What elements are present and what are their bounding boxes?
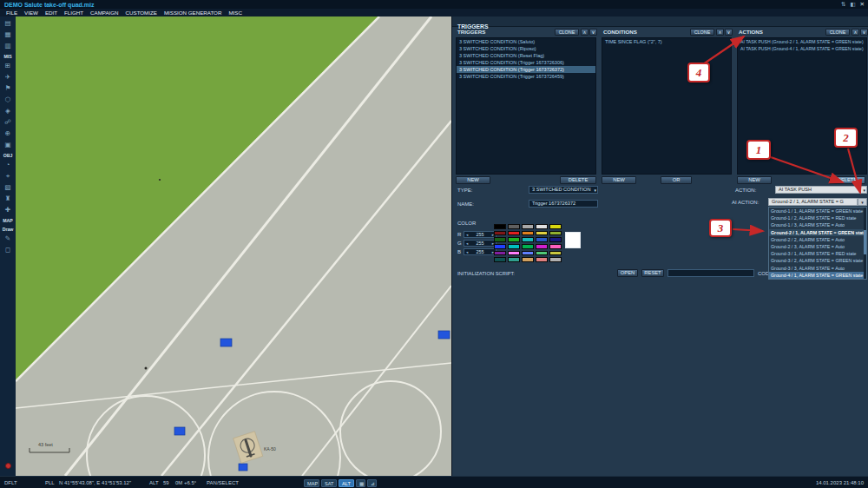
triggers-move-up-button[interactable]: ∧: [581, 29, 589, 36]
triggers-delete-button[interactable]: DELETE: [560, 176, 596, 184]
ruler-toggle-icon[interactable]: ⊿: [367, 479, 377, 487]
dropdown-option[interactable]: Ground-2 / 3, ALARM STATE = Auto: [769, 243, 866, 250]
action-item[interactable]: AI TASK PUSH (Ground-4 / 1, ALARM STATE …: [738, 45, 866, 52]
close-icon[interactable]: ✕: [860, 0, 865, 9]
ground-unit-marker[interactable]: [438, 331, 450, 339]
action-item[interactable]: AI TASK PUSH (Ground-2 / 1, ALARM STATE …: [738, 38, 866, 45]
triggers-move-down-button[interactable]: ∨: [589, 29, 597, 36]
zone-tool-icon[interactable]: ⊕: [2, 129, 14, 139]
color-swatch[interactable]: [494, 251, 506, 256]
dropdown-option-current[interactable]: Ground-2 / 1, ALARM STATE = GREEN state: [769, 229, 866, 236]
dropdown-option[interactable]: Ground-3 / 2, ALARM STATE = GREEN state: [769, 257, 866, 264]
menu-campaign[interactable]: CAMPAIGN: [87, 10, 122, 16]
color-swatch[interactable]: [536, 237, 548, 242]
color-swatch[interactable]: [494, 224, 506, 229]
color-g-stepper[interactable]: ◂255▸: [464, 240, 496, 247]
color-swatch[interactable]: [536, 244, 548, 249]
pencil-icon[interactable]: ✎: [2, 234, 14, 244]
conditions-or-button[interactable]: OR: [661, 176, 692, 184]
trigger-item-selected[interactable]: 3 SWITCHED CONDITION (Trigger 1673726372…: [457, 66, 595, 73]
color-swatch[interactable]: [508, 244, 520, 249]
open-mission-icon[interactable]: ▦: [2, 30, 14, 40]
grid-toggle-icon[interactable]: ▦: [356, 479, 365, 487]
triggers-new-button[interactable]: NEW: [456, 176, 490, 184]
color-swatch[interactable]: [522, 224, 534, 229]
color-swatch[interactable]: [494, 257, 506, 262]
color-swatch[interactable]: [549, 257, 562, 262]
color-swatch[interactable]: [508, 231, 520, 236]
menu-flight[interactable]: FLIGHT: [61, 10, 87, 16]
color-swatch[interactable]: [508, 224, 520, 229]
menu-view[interactable]: VIEW: [21, 10, 42, 16]
color-swatch[interactable]: [508, 257, 520, 262]
actions-delete-button[interactable]: DELETE: [829, 176, 865, 184]
trigger-item[interactable]: 3 SWITCHED CONDITION (Trigger 1673726306…: [457, 59, 595, 66]
actions-new-button[interactable]: NEW: [737, 176, 772, 184]
vehicle-tool-icon[interactable]: ◈: [2, 106, 14, 116]
map-toggle-button[interactable]: MAP: [304, 479, 319, 487]
dropdown-option[interactable]: Ground-3 / 1, ALARM STATE = RED state: [769, 250, 866, 257]
map-canvas[interactable]: KA-50 43 feet: [16, 16, 451, 476]
actions-clone-button[interactable]: CLONE: [825, 29, 850, 36]
save-mission-icon[interactable]: ▥: [2, 41, 14, 51]
trigger-item[interactable]: 3 SWITCHED CONDITION (Trigger 1673726459…: [457, 73, 595, 80]
alt-toggle-button[interactable]: ALT: [339, 479, 354, 487]
condition-item[interactable]: TIME SINCE FLAG ("2", 7): [602, 38, 731, 45]
menu-file[interactable]: FILE: [3, 10, 21, 16]
init-script-reset-button[interactable]: RESET: [641, 269, 664, 277]
actions-move-down-button[interactable]: ∨: [860, 29, 868, 36]
color-swatch[interactable]: [494, 237, 506, 242]
panel-header[interactable]: TRIGGERS: [452, 16, 868, 27]
color-swatch[interactable]: [522, 244, 534, 249]
template-tool-icon[interactable]: ▣: [2, 140, 14, 150]
dropdown-option[interactable]: Ground-1 / 1, ALARM STATE = GREEN state: [769, 208, 866, 214]
shape-icon[interactable]: ◻: [2, 245, 14, 255]
menu-edit[interactable]: EDIT: [42, 10, 61, 16]
action-combo[interactable]: AI TASK PUSH▾: [775, 186, 867, 194]
ai-action-dropdown-arrow[interactable]: ▾: [858, 198, 867, 206]
triggers-clone-button[interactable]: CLONE: [555, 29, 579, 36]
trigger-item[interactable]: 3 SWITCHED CONDITION (Saluto): [457, 38, 595, 45]
dropdown-option[interactable]: Ground-3 / 3, ALARM STATE = Auto: [769, 265, 866, 272]
menu-customize[interactable]: CUSTOMIZE: [122, 10, 161, 16]
color-swatch[interactable]: [536, 224, 548, 229]
color-swatch[interactable]: [536, 257, 548, 262]
helicopter-tool-icon[interactable]: ⚑: [2, 83, 14, 94]
menu-misc[interactable]: MISC: [225, 10, 245, 16]
dropdown-scrollbar[interactable]: [864, 208, 866, 279]
color-swatch[interactable]: [494, 244, 506, 249]
color-swatch[interactable]: [522, 231, 534, 236]
current-color-swatch[interactable]: [565, 232, 581, 248]
dropdown-option-hovered[interactable]: Ground-4 / 1, ALARM STATE = GREEN state: [769, 272, 866, 279]
color-swatch[interactable]: [536, 251, 548, 256]
color-swatch[interactable]: [508, 237, 520, 242]
ground-unit-marker[interactable]: [239, 464, 247, 471]
conditions-new-button[interactable]: NEW: [602, 176, 636, 184]
color-r-stepper[interactable]: ◂255▸: [464, 231, 496, 238]
color-swatch[interactable]: [549, 237, 562, 242]
static-tool-icon[interactable]: ☍: [2, 117, 14, 128]
conditions-move-up-button[interactable]: ∧: [716, 29, 724, 36]
ground-unit-marker[interactable]: [174, 427, 185, 435]
init-script-input[interactable]: [667, 269, 754, 277]
color-swatch[interactable]: [549, 231, 562, 236]
trigger-item[interactable]: 3 SWITCHED CONDITION (Reset Flag): [457, 52, 595, 59]
type-combo[interactable]: 3 SWITCHED CONDITION▾: [529, 186, 598, 194]
name-input[interactable]: Trigger 1673726372: [529, 200, 598, 208]
weather-icon[interactable]: ◔: [2, 160, 14, 170]
actions-move-up-button[interactable]: ∧: [852, 29, 859, 36]
add-icon[interactable]: ✚: [2, 205, 14, 215]
color-swatch[interactable]: [549, 244, 562, 249]
color-b-stepper[interactable]: ◂255▸: [464, 248, 496, 255]
color-swatch[interactable]: [522, 257, 534, 262]
aircraft-tool-icon[interactable]: ✈: [2, 72, 14, 82]
color-swatch[interactable]: [522, 251, 534, 256]
conditions-clone-button[interactable]: CLONE: [690, 29, 714, 36]
trigger-item[interactable]: 3 SWITCHED CONDITION (Riposo): [457, 45, 595, 52]
sat-toggle-button[interactable]: SAT: [321, 479, 337, 487]
briefing-icon[interactable]: ⊞: [2, 61, 14, 71]
layers-icon[interactable]: ▧: [2, 182, 14, 193]
init-script-open-button[interactable]: OPEN: [617, 269, 638, 277]
color-swatch[interactable]: [494, 231, 506, 236]
menu-mission-generator[interactable]: MISSION GENERATOR: [161, 10, 225, 16]
